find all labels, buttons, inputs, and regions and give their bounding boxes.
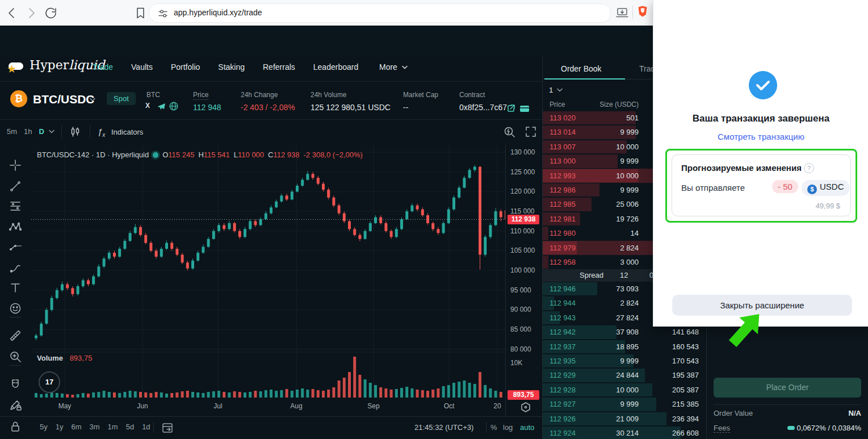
order-book-row[interactable]: 112 92430 214266 608 (543, 426, 706, 439)
pointer-arrow-icon (722, 308, 768, 351)
ohlc-values: O115 245H115 541L110 000C112 938-2 308,0… (162, 150, 363, 159)
fib-retracement-icon[interactable] (9, 200, 22, 212)
percent-scale-button[interactable]: % (490, 423, 497, 432)
price-axis-label: 110 000 (510, 227, 535, 235)
forecast-icon[interactable] (9, 241, 22, 253)
candle-style-icon[interactable] (69, 126, 82, 138)
xabcd-pattern-icon[interactable] (9, 220, 22, 233)
volume-pane-label: Volume (37, 354, 63, 362)
external-link-icon[interactable] (506, 103, 516, 114)
x-social-icon[interactable]: X (145, 102, 150, 110)
market-header: ₿ BTC/USDC Spot BTC X Price 112 948 24h … (0, 81, 542, 120)
forecast-highlight-box: Прогнозируемые изменения ? Вы отправляет… (665, 149, 857, 223)
success-check-icon (749, 71, 777, 99)
text-icon[interactable] (9, 282, 22, 294)
order-book-row[interactable]: 112 92810 000205 387 (543, 383, 706, 397)
zoom-in-icon[interactable] (9, 350, 22, 363)
order-book-row[interactable]: 112 94237 908141 648 (543, 325, 706, 339)
interval-chevron-icon[interactable] (49, 129, 54, 133)
price-axis-label: 90 000 (510, 306, 531, 313)
amount-pill: - 50 (772, 180, 798, 193)
range-button-1d[interactable]: 1d (142, 423, 150, 431)
log-scale-button[interactable]: log (503, 423, 513, 432)
grouping-select[interactable]: 1 (549, 86, 563, 94)
order-book-row[interactable]: 112 92621 009236 394 (543, 412, 706, 426)
view-transaction-link[interactable]: Смотреть транзакцию (653, 132, 868, 141)
magnet-icon[interactable] (9, 378, 22, 391)
range-button-5d[interactable]: 5d (126, 423, 134, 431)
time-axis[interactable]: MayJunJulAugSepOct20 (31, 398, 505, 416)
place-order-button[interactable]: Place Order (714, 378, 861, 398)
tab-order-book[interactable]: Order Book (561, 64, 602, 73)
token-label: BTC (146, 91, 160, 99)
price-axis[interactable]: 130 000125 000120 000115 000110 000105 0… (505, 144, 543, 416)
forward-icon[interactable] (25, 6, 39, 20)
volume-pane-value: 893,75 (70, 354, 93, 362)
telegram-icon[interactable] (157, 102, 166, 111)
spread-label: Spread (580, 269, 603, 282)
currency-pill: $USDC (802, 180, 850, 196)
order-book-row[interactable]: 112 9279 999215 385 (543, 397, 706, 411)
price-axis-label: 95 000 (510, 286, 531, 294)
time-axis-label: 20 (493, 402, 501, 410)
order-book-row[interactable]: 112 9359 999170 543 (543, 354, 706, 368)
pair-title[interactable]: BTC/USDC (33, 93, 95, 106)
url-text[interactable]: app.hyperliquid.xyz/trade (174, 8, 262, 17)
interval-button-1h[interactable]: 1h (24, 127, 32, 136)
trend-line-icon[interactable] (9, 180, 22, 193)
range-button-5y[interactable]: 5y (40, 423, 48, 431)
fees-value: 0,0672% / 0,0384% (787, 424, 861, 432)
legend-symbol[interactable]: BTC/USDC-142 · 1D · Hyperliquid (37, 150, 149, 159)
time-axis-label: May (58, 402, 72, 410)
toolbar-divider (632, 6, 633, 19)
price-chart[interactable]: BTC/USDC-142 · 1D · Hyperliquid O115 245… (31, 144, 505, 398)
time-axis-label: Aug (290, 402, 302, 410)
pair-chevron-icon[interactable] (90, 98, 95, 102)
price-value: 112 948 (193, 103, 221, 112)
range-button-6m[interactable]: 6m (71, 423, 81, 431)
usd-equivalent: 49,99 $ (816, 202, 840, 210)
interval-button-5m[interactable]: 5m (7, 127, 17, 136)
bookmark-icon[interactable] (134, 6, 148, 20)
drawing-lock-icon[interactable] (9, 399, 22, 411)
fullscreen-icon[interactable] (525, 126, 537, 138)
emoji-icon[interactable] (9, 302, 22, 315)
brave-icon[interactable] (636, 5, 649, 18)
wallet-icon[interactable] (519, 104, 530, 114)
contract-value[interactable]: 0x8f25...7c67 (459, 103, 507, 112)
ruler-icon[interactable] (9, 329, 22, 342)
auto-scale-button[interactable]: auto (520, 423, 534, 432)
candlestick-chart-canvas[interactable] (31, 144, 505, 398)
range-buttons: 5y1y6m3m1m5d1d (40, 423, 150, 431)
back-icon[interactable] (6, 6, 19, 20)
globe-icon[interactable] (169, 102, 178, 111)
quick-search-icon[interactable] (503, 126, 515, 138)
range-button-3m[interactable]: 3m (90, 423, 100, 431)
range-button-1m[interactable]: 1m (108, 423, 118, 431)
tradingview-logo[interactable]: 17 (39, 371, 60, 393)
range-button-1y[interactable]: 1y (56, 423, 64, 431)
go-to-date-icon[interactable] (161, 421, 174, 434)
price-axis-label: 80 000 (510, 345, 531, 353)
drawing-toolbar (0, 144, 31, 439)
volume-value: 125 122 980,51 USDC (311, 103, 391, 112)
help-icon[interactable]: ? (804, 163, 814, 173)
fees-label[interactable]: Fees (714, 424, 730, 433)
order-book-row[interactable]: 112 93718 895160 543 (543, 340, 706, 354)
indicators-button[interactable]: Indicators (111, 128, 143, 136)
time-axis-label: Jun (137, 402, 148, 410)
axis-settings-icon[interactable] (519, 401, 532, 413)
save-to-device-icon[interactable] (615, 6, 629, 20)
current-price-tag: 112 938 (508, 215, 539, 224)
spread-value: 12 (620, 269, 628, 282)
favorite-star-icon[interactable]: ★ (7, 62, 16, 76)
order-book-row[interactable]: 112 92924 844195 387 (543, 368, 706, 382)
time-axis-label: Oct (444, 402, 455, 410)
brush-icon[interactable] (9, 261, 22, 274)
clock[interactable]: 21:45:32 (UTC+3) (414, 423, 473, 432)
interval-button-D[interactable]: D (39, 127, 44, 136)
address-bar[interactable]: app.hyperliquid.xyz/trade (149, 3, 611, 23)
site-settings-icon[interactable] (157, 8, 169, 19)
crosshair-icon[interactable] (9, 159, 22, 172)
reload-icon[interactable] (44, 6, 58, 20)
